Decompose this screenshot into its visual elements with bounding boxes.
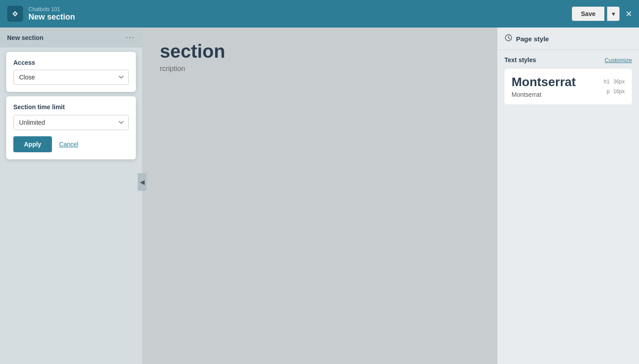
font-meta-p-row: p 16px: [607, 88, 625, 95]
sidebar-section-menu-button[interactable]: ···: [126, 33, 135, 42]
font-meta: h1 36px p 16px: [604, 79, 625, 95]
main-content: section rcription: [142, 28, 497, 364]
font-meta-h1-row: h1 36px: [604, 79, 625, 85]
sidebar-collapse-arrow[interactable]: ◀: [138, 173, 147, 191]
course-name: Chatbots 101: [28, 6, 75, 12]
font-p-preview: Montserrat: [512, 91, 576, 98]
font-preview-left: Montserrat Montserrat: [512, 75, 576, 98]
customize-link[interactable]: Customize: [605, 57, 632, 63]
time-limit-label: Section time limit: [13, 103, 129, 111]
section-name: New section: [28, 12, 75, 22]
text-styles-label: Text styles: [504, 56, 536, 63]
sidebar: New section ··· Access Close Open Drip S…: [0, 28, 142, 364]
apply-button[interactable]: Apply: [13, 136, 52, 152]
sidebar-section-title: New section: [7, 34, 44, 41]
time-limit-select[interactable]: Unlimited 1 day 3 days 7 days 14 days 30…: [13, 115, 129, 130]
save-dropdown-button[interactable]: ▾: [607, 7, 619, 21]
h1-tag: h1: [604, 79, 610, 85]
font-h1-preview: Montserrat: [512, 75, 576, 89]
text-styles-header: Text styles Customize: [504, 56, 632, 63]
page-style-icon: [504, 34, 512, 44]
app-logo: [7, 6, 23, 22]
section-description: rcription: [160, 65, 479, 73]
time-limit-actions: Apply Cancel: [13, 136, 129, 152]
text-styles-section: Text styles Customize Montserrat Montser…: [497, 50, 639, 111]
right-panel: Page style Text styles Customize Montser…: [497, 28, 639, 364]
close-button[interactable]: ×: [626, 8, 632, 19]
header-titles: Chatbots 101 New section: [28, 6, 75, 22]
sidebar-section-header: New section ···: [0, 28, 142, 47]
access-select[interactable]: Close Open Drip: [13, 70, 129, 85]
access-panel: Access Close Open Drip: [6, 52, 136, 92]
h1-size: 36px: [613, 79, 625, 85]
p-tag: p: [607, 88, 610, 95]
section-title: section: [160, 41, 479, 62]
header-left: Chatbots 101 New section: [7, 6, 75, 22]
font-preview-card: Montserrat Montserrat h1 36px p 16px: [504, 69, 632, 104]
time-limit-popup: Section time limit Unlimited 1 day 3 day…: [6, 96, 136, 159]
app-header: Chatbots 101 New section Save ▾ ×: [0, 0, 639, 28]
right-panel-header: Page style: [497, 28, 639, 50]
header-actions: Save ▾ ×: [572, 7, 632, 21]
cancel-button[interactable]: Cancel: [59, 141, 79, 148]
save-button[interactable]: Save: [572, 7, 604, 21]
access-label: Access: [13, 59, 129, 66]
page-style-title: Page style: [516, 35, 549, 43]
p-size: 16px: [613, 88, 625, 95]
